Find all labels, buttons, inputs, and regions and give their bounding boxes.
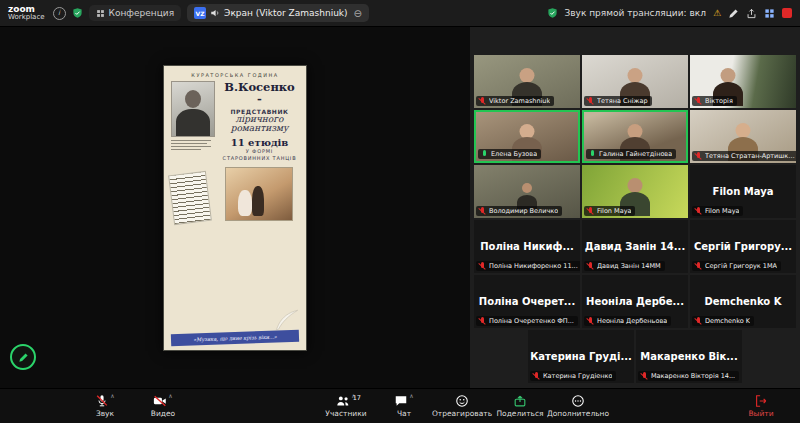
- chat-icon: [394, 394, 408, 408]
- participant-name-text: Володимир Величко: [489, 207, 558, 215]
- poster-quote: «Музика, що лине крізь віки...»: [171, 329, 299, 345]
- poster-etudes: 11 етюдів: [231, 137, 289, 148]
- participant-name-text: Viktor Zamashniuk: [489, 97, 550, 105]
- mic-status-icon: [589, 150, 596, 158]
- share-up-icon[interactable]: [746, 8, 757, 19]
- participant-name-text: Елена Бузова: [491, 150, 537, 158]
- mic-status-icon: [479, 262, 486, 270]
- video-button[interactable]: ∧ Видео: [134, 394, 192, 418]
- participant-name-label: Поліна Очеретенко ФП...: [476, 316, 578, 326]
- meeting-toolbar: ∧ Звук ∧ Видео 17: [0, 388, 800, 423]
- poster-artwork: [171, 165, 299, 330]
- participant-name-text: Сергій Григорук 1МА: [705, 262, 777, 270]
- participant-name-text: Поліна Очеретенко ФП...: [489, 317, 574, 325]
- tab-screen-share-label: Экран (Viktor Zamashniuk): [224, 8, 347, 18]
- participant-tile[interactable]: Давид Занін 14... Давид Занін 14ММ: [582, 220, 688, 273]
- participant-name-label: Demchenko K: [692, 316, 754, 326]
- participant-name-label: Катерина Грудіенко: [530, 371, 616, 381]
- annotate-pencil-icon: [18, 352, 29, 363]
- mic-status-icon: [587, 262, 594, 270]
- tab-conference[interactable]: Конференция: [89, 5, 182, 21]
- participant-tile[interactable]: Галина Гайнетдінова: [582, 110, 688, 163]
- participant-name-label: Давид Занін 14ММ: [584, 261, 665, 271]
- participant-tile[interactable]: Filon Maya Filon Maya: [690, 165, 796, 218]
- meeting-main-area: КУРАТОРСЬКА ГОДИНА В.Косенко - ПРЕДСТАВН…: [0, 27, 800, 388]
- participant-tile[interactable]: Viktor Zamashniuk: [474, 55, 580, 108]
- participant-name-label: Вікторія: [692, 96, 737, 106]
- participant-tile[interactable]: Макаренко Вік... Макаренко Вікторія 14..…: [636, 330, 742, 383]
- participant-tile[interactable]: Елена Бузова: [474, 110, 580, 163]
- participant-name-label: Поліна Никифоренко 11...: [476, 261, 580, 271]
- participant-tile[interactable]: Filon Maya: [582, 165, 688, 218]
- stream-shield-icon: [547, 7, 558, 19]
- poster-title: В.Косенко -: [220, 81, 299, 106]
- edit-pencil-icon[interactable]: [728, 8, 739, 19]
- mic-status-icon: [481, 150, 488, 158]
- mic-status-icon: [695, 152, 702, 160]
- security-shield-icon[interactable]: [72, 7, 83, 19]
- mic-status-icon: [479, 317, 486, 325]
- annotate-button[interactable]: [10, 344, 36, 370]
- participant-name-text: Тетяна Стратан-Артишкова: [705, 152, 796, 160]
- mic-status-icon: [479, 97, 486, 105]
- participant-name-label: Сергій Григорук 1МА: [692, 261, 781, 271]
- participant-name-label: Тетяна Стратан-Артишкова: [692, 151, 796, 161]
- participant-tile[interactable]: Поліна Очерет... Поліна Очеретенко ФП...: [474, 275, 580, 328]
- zoom-window: zoom Workplace i Конференция VZ Экран (V…: [0, 0, 800, 423]
- participants-icon: [336, 394, 350, 408]
- mic-status-icon: [695, 97, 702, 105]
- participant-grid: Viktor Zamashniuk Тетяна Сніжар Вікторія: [470, 27, 800, 388]
- tab-conference-label: Конференция: [109, 8, 175, 18]
- participant-name-label: Viktor Zamashniuk: [476, 96, 554, 106]
- participant-tile[interactable]: Тетяна Стратан-Артишкова: [690, 110, 796, 163]
- tab-screen-share[interactable]: VZ Экран (Viktor Zamashniuk) ⊖: [187, 4, 369, 22]
- sheet-music-image: [168, 171, 212, 225]
- shared-screen-area: КУРАТОРСЬКА ГОДИНА В.Косенко - ПРЕДСТАВН…: [0, 27, 470, 388]
- warning-icon[interactable]: ⚠: [713, 8, 721, 18]
- share-screen-button[interactable]: Поделиться: [491, 394, 549, 418]
- shared-poster: КУРАТОРСЬКА ГОДИНА В.Косенко - ПРЕДСТАВН…: [163, 65, 307, 351]
- participant-tile[interactable]: Поліна Никиф... Поліна Никифоренко 11...: [474, 220, 580, 273]
- participants-button[interactable]: 17 ∧ Участники: [317, 394, 375, 418]
- mic-muted-icon: [95, 394, 109, 408]
- participant-name-text: Filon Maya: [705, 207, 739, 215]
- share-screen-icon: [513, 394, 527, 408]
- camera-muted-icon: [153, 394, 167, 408]
- participant-name-text: Макаренко Вікторія 14...: [651, 372, 735, 380]
- poster-style-line2: романтизму: [231, 124, 289, 133]
- participant-tile[interactable]: Сергій Григору... Сергій Григорук 1МА: [690, 220, 796, 273]
- audio-button[interactable]: ∧ Звук: [76, 394, 134, 418]
- layout-grid-icon[interactable]: [764, 8, 775, 19]
- topbar-right-controls: Звук прямой трансляции: вкл ⚠: [547, 7, 792, 19]
- participant-name-text: Поліна Никифоренко 11...: [489, 262, 578, 270]
- brand-workplace: Workplace: [8, 14, 45, 21]
- leave-button[interactable]: Выйти: [732, 394, 790, 418]
- poster-form-line2: СТАРОВИННИХ ТАНЦІВ: [223, 155, 297, 162]
- participant-tile[interactable]: Неоніла Дербе... Неоніла Дербеньова: [582, 275, 688, 328]
- info-icon[interactable]: i: [53, 7, 66, 20]
- participant-name-text: Вікторія: [705, 97, 733, 105]
- chat-button[interactable]: ∧ Чат: [375, 394, 433, 418]
- participant-tile[interactable]: Володимир Величко: [474, 165, 580, 218]
- participant-tile[interactable]: Вікторія: [690, 55, 796, 108]
- participant-tile[interactable]: Demchenko K Demchenko K: [690, 275, 796, 328]
- participant-name-text: Давид Занін 14ММ: [597, 262, 661, 270]
- top-bar: zoom Workplace i Конференция VZ Экран (V…: [0, 0, 800, 27]
- participant-tile[interactable]: Тетяна Сніжар: [582, 55, 688, 108]
- avatar: VZ: [194, 7, 206, 19]
- chevron-up-icon[interactable]: ∧: [110, 393, 114, 399]
- chevron-up-icon[interactable]: ∧: [409, 393, 413, 399]
- participant-name-text: Галина Гайнетдінова: [599, 150, 672, 158]
- chevron-up-icon[interactable]: ∧: [168, 393, 172, 399]
- record-stop-icon[interactable]: [782, 8, 792, 18]
- participant-name-label: Макаренко Вікторія 14...: [638, 371, 739, 381]
- participant-tile[interactable]: Катерина Груді... Катерина Грудіенко: [528, 330, 634, 383]
- participant-name-label: Володимир Величко: [476, 206, 562, 216]
- minimize-icon[interactable]: ⊖: [354, 8, 362, 19]
- mic-status-icon: [587, 207, 594, 215]
- mic-status-icon: [479, 207, 486, 215]
- poster-header: КУРАТОРСЬКА ГОДИНА: [171, 72, 299, 78]
- poster-form-line1: У ФОРМІ: [246, 148, 273, 155]
- react-button[interactable]: Отреагировать: [433, 394, 491, 418]
- more-button[interactable]: Дополнительно: [549, 394, 607, 418]
